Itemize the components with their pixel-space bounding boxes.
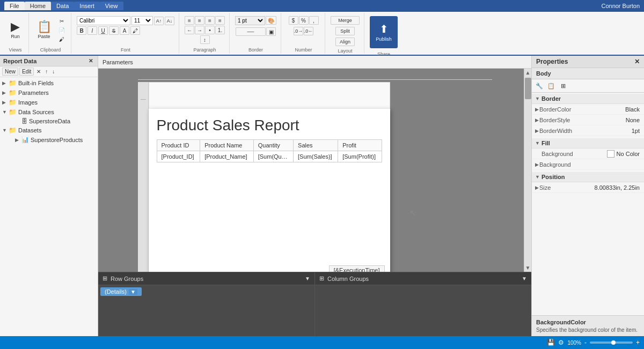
- tree-item-datasets[interactable]: ▼ 📁 Datasets: [0, 125, 98, 135]
- properties-header: Properties ✕: [532, 56, 644, 68]
- italic-button[interactable]: I: [87, 26, 97, 35]
- decrease-font-button[interactable]: A↓: [165, 17, 174, 25]
- align-right-button[interactable]: ≡: [205, 16, 215, 25]
- details-pill-arrow[interactable]: ▼: [129, 289, 137, 295]
- font-family-select[interactable]: CalibriArial: [77, 16, 130, 25]
- zoom-in-button[interactable]: +: [636, 339, 640, 346]
- format-painter-button[interactable]: 🖌: [56, 35, 68, 43]
- new-button[interactable]: New: [2, 68, 18, 76]
- currency-button[interactable]: $: [289, 16, 298, 25]
- align-left-button[interactable]: ≡: [185, 16, 194, 25]
- close-properties-button[interactable]: ✕: [634, 58, 640, 65]
- border-size-select[interactable]: 1 pt2 pt: [235, 16, 265, 25]
- align-layout-button[interactable]: Align: [335, 38, 355, 46]
- ruler: 1 2 3 4 5 6 7: [138, 79, 492, 80]
- props-footer-title: BackgroundColor: [536, 319, 640, 325]
- menu-insert[interactable]: Insert: [74, 2, 100, 10]
- parameters-bar: Parameters: [98, 56, 531, 69]
- tree-item-superstoreproducts[interactable]: ▶ 📊 SuperstoreProducts: [0, 135, 98, 144]
- run-button[interactable]: ▶ Run: [6, 16, 25, 44]
- align-center-button[interactable]: ≡: [195, 16, 204, 25]
- ribbon-group-font: CalibriArial 1112 A↑ A↓ B I U S̶ A 🖍 Fon…: [72, 13, 179, 54]
- close-panel-button[interactable]: ✕: [87, 57, 94, 64]
- ribbon-group-layout: Merge Split Align Layout: [326, 13, 364, 54]
- border-style-row[interactable]: ▶ BorderStyle None: [532, 115, 644, 125]
- row-groups-icon: ⊞: [103, 275, 107, 282]
- font-color-button[interactable]: A: [120, 26, 129, 35]
- border-section-header[interactable]: ▼ Border: [532, 94, 644, 104]
- merge-button[interactable]: Merge: [331, 16, 360, 25]
- justify-button[interactable]: ≡: [215, 16, 225, 25]
- bold-button[interactable]: B: [77, 26, 86, 35]
- tree-item-datasources[interactable]: ▼ 📁 Data Sources: [0, 107, 98, 117]
- fill-section-header[interactable]: ▼ Fill: [532, 138, 644, 148]
- position-section-header[interactable]: ▼ Position: [532, 172, 644, 182]
- zoom-slider[interactable]: [590, 341, 633, 344]
- line-spacing-button[interactable]: ↕: [200, 35, 210, 44]
- numbering-button[interactable]: 1.: [215, 26, 225, 34]
- cell-product-name: [Product_Name]: [200, 151, 254, 162]
- copy-button[interactable]: 📄: [56, 26, 68, 34]
- menu-view[interactable]: View: [100, 2, 123, 10]
- cell-profit: [Sum(Profit)]: [338, 151, 382, 162]
- border-color-button[interactable]: 🎨: [266, 16, 276, 25]
- percent-button[interactable]: %: [299, 16, 309, 25]
- report-footer: [&ExecutionTime]: [329, 265, 385, 272]
- border-style-button[interactable]: ──: [236, 27, 266, 36]
- increase-font-button[interactable]: A↑: [154, 17, 164, 25]
- vertical-scrollbar[interactable]: ▲ ▼: [524, 69, 531, 272]
- comma-button[interactable]: ,: [309, 16, 319, 25]
- paste-button[interactable]: 📋 Paste: [33, 16, 55, 44]
- up-button[interactable]: ↑: [43, 68, 49, 75]
- zoom-out-button[interactable]: -: [584, 339, 587, 346]
- increase-decimal-button[interactable]: .0←: [304, 27, 313, 35]
- ribbon-group-paragraph: ≡ ≡ ≡ ≡ ← → • 1. ↕ Paragraph: [180, 13, 230, 54]
- row-groups-content[interactable]: (Details) ▼: [98, 285, 314, 336]
- menu-file[interactable]: File: [4, 2, 25, 10]
- settings-icon[interactable]: ⚙: [558, 339, 564, 346]
- col-groups-content[interactable]: [315, 285, 531, 336]
- cell-product-id: [Product_ID]: [157, 151, 200, 162]
- cut-button[interactable]: ✂: [56, 17, 68, 25]
- ribbon-group-clipboard: 📋 Paste ✂ 📄 🖌 Clipboard: [30, 13, 71, 54]
- bullets-button[interactable]: •: [205, 26, 215, 34]
- report-canvas-area[interactable]: 1 2 3 4 5 6 7 │: [98, 69, 531, 272]
- tree-item-superstoredata[interactable]: 🗄 SuperstoreData: [0, 117, 98, 125]
- indent-increase-button[interactable]: →: [195, 26, 204, 34]
- props-toolbar-btn-3[interactable]: ⊞: [558, 81, 568, 91]
- indent-decrease-button[interactable]: ←: [185, 26, 194, 34]
- menu-data[interactable]: Data: [51, 2, 74, 10]
- properties-toolbar: 🔧 📋 ⊞: [532, 79, 644, 93]
- background-row[interactable]: ▶ Background: [532, 159, 644, 170]
- strikethrough-button[interactable]: S̶: [109, 26, 119, 35]
- col-product-id: Product ID: [157, 140, 200, 151]
- tree-item-images[interactable]: ▶ 📁 Images: [0, 98, 98, 107]
- save-icon[interactable]: 💾: [547, 339, 555, 346]
- underline-button[interactable]: U: [98, 26, 108, 35]
- size-row[interactable]: ▶ Size 8.00833in, 2.25in: [532, 182, 644, 193]
- col-quantity: Quantity: [253, 140, 293, 151]
- font-size-select[interactable]: 1112: [131, 16, 153, 25]
- props-toolbar-btn-2[interactable]: 📋: [546, 81, 557, 91]
- panel-toolbar: New Edit ✕ ↑ ↓: [0, 66, 98, 77]
- props-toolbar-btn-1[interactable]: 🔧: [534, 81, 545, 91]
- expand-row-groups-button[interactable]: ▼: [305, 276, 310, 281]
- tree-item-parameters[interactable]: ▶ 📁 Parameters: [0, 88, 98, 98]
- highlight-button[interactable]: 🖍: [130, 26, 140, 35]
- edit-button[interactable]: Edit: [19, 68, 34, 76]
- border-width-row[interactable]: ▶ BorderWidth 1pt: [532, 125, 644, 136]
- tree-item-builtin[interactable]: ▶ 📁 Built-in Fields: [0, 78, 98, 88]
- menu-home[interactable]: Home: [25, 2, 51, 10]
- expand-col-groups-button[interactable]: ▼: [522, 276, 527, 281]
- props-footer-desc: Specifies the background color of the it…: [536, 327, 640, 333]
- background-color-row[interactable]: Background No Color: [532, 148, 644, 159]
- decrease-decimal-button[interactable]: .0→: [294, 27, 303, 35]
- details-group-pill[interactable]: (Details) ▼: [100, 287, 142, 296]
- split-button[interactable]: Split: [335, 27, 355, 35]
- border-color-row[interactable]: ▶ BorderColor Black: [532, 104, 644, 115]
- report-page[interactable]: Product Sales Report Product ID Product …: [149, 109, 390, 272]
- down-button[interactable]: ↓: [50, 68, 56, 75]
- delete-button[interactable]: ✕: [35, 68, 42, 75]
- border-highlight-button[interactable]: ▣: [266, 27, 276, 36]
- publish-button[interactable]: ⬆ Publish: [370, 16, 398, 48]
